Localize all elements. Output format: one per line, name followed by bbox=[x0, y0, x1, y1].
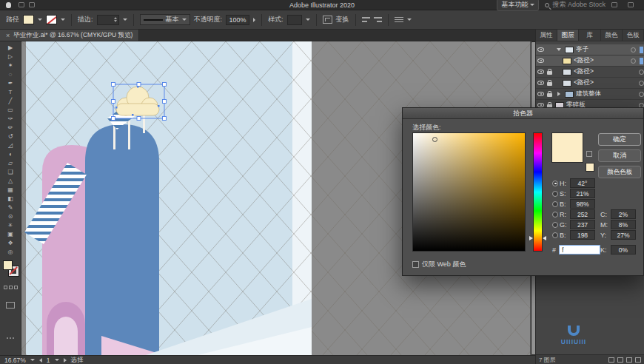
hue-marker-icon[interactable] bbox=[543, 236, 546, 240]
color-swatches-button[interactable]: 颜色色板 bbox=[598, 166, 641, 178]
zoom-tool[interactable]: ◎ bbox=[0, 248, 21, 257]
edit-toolbar-icon[interactable] bbox=[7, 337, 16, 340]
tab-color[interactable]: 颜色 bbox=[601, 30, 623, 41]
layer-name[interactable]: <路径> bbox=[574, 67, 594, 76]
panel-menu-icon[interactable] bbox=[395, 16, 403, 24]
h-value-field[interactable]: 42° bbox=[570, 178, 595, 188]
layer-row[interactable]: <路径> bbox=[536, 67, 644, 78]
expand-chevron-icon[interactable] bbox=[557, 48, 561, 51]
lock-icon[interactable] bbox=[546, 81, 553, 86]
h-radio[interactable] bbox=[552, 181, 558, 186]
lock-icon[interactable] bbox=[546, 92, 553, 97]
scale-tool[interactable]: ◿ bbox=[0, 141, 21, 150]
target-circle-icon[interactable] bbox=[631, 58, 636, 64]
m-value-field[interactable]: 8% bbox=[611, 220, 636, 229]
free-transform-tool[interactable]: ▱ bbox=[0, 159, 21, 168]
layer-row[interactable]: 亭子 bbox=[536, 44, 644, 55]
zoom-level[interactable]: 16.67% bbox=[4, 357, 26, 364]
symbol-sprayer-tool[interactable]: ✳ bbox=[0, 221, 21, 230]
stroke-weight-chevron-icon[interactable] bbox=[123, 18, 127, 21]
style-swatch[interactable] bbox=[287, 15, 302, 25]
layer-name[interactable]: 建筑整体 bbox=[576, 90, 601, 98]
line-segment-tool[interactable]: ╱ bbox=[0, 97, 21, 106]
type-tool[interactable]: T bbox=[0, 88, 21, 97]
g-value-field[interactable]: 237 bbox=[570, 220, 595, 229]
opacity-value-field[interactable]: 100% bbox=[226, 15, 249, 25]
document-setup-icon[interactable] bbox=[29, 2, 35, 7]
layer-thumbnail[interactable] bbox=[563, 80, 571, 87]
align-right-icon[interactable] bbox=[374, 16, 382, 24]
visibility-eye-icon[interactable] bbox=[537, 47, 544, 52]
layer-thumbnail[interactable] bbox=[565, 91, 574, 98]
stock-search[interactable]: 搜索 Adobe Stock bbox=[545, 0, 606, 10]
tab-swatches[interactable]: 色板 bbox=[623, 30, 644, 41]
layer-row[interactable]: 建筑整体 bbox=[536, 89, 644, 100]
hue-slider[interactable] bbox=[533, 132, 543, 252]
recolor-artwork-icon[interactable] bbox=[323, 16, 332, 24]
k-value-field[interactable]: 0% bbox=[611, 245, 636, 255]
workspace-switcher[interactable]: 基本功能 bbox=[497, 0, 539, 11]
arrange-documents-icon[interactable] bbox=[628, 2, 634, 7]
stroke-color-swatch[interactable] bbox=[46, 15, 57, 24]
rotate-tool[interactable]: ↺ bbox=[0, 132, 21, 141]
zoom-chevron-icon[interactable] bbox=[30, 359, 35, 361]
perspective-grid-tool[interactable]: △ bbox=[0, 177, 21, 186]
y-value-field[interactable]: 27% bbox=[611, 230, 636, 240]
mesh-tool[interactable]: ▦ bbox=[0, 186, 21, 195]
target-circle-icon[interactable] bbox=[631, 47, 636, 53]
b2-value-field[interactable]: 198 bbox=[570, 230, 595, 240]
layer-thumbnail[interactable] bbox=[563, 69, 571, 75]
align-left-icon[interactable] bbox=[362, 16, 370, 24]
make-mask-icon[interactable] bbox=[617, 357, 623, 363]
rectangle-tool[interactable]: ▭ bbox=[0, 106, 21, 115]
visibility-eye-icon[interactable] bbox=[537, 58, 544, 63]
layer-name[interactable]: <路径> bbox=[574, 56, 594, 65]
blend-tool[interactable]: ⊙ bbox=[0, 212, 21, 221]
pencil-tool[interactable]: ✏ bbox=[0, 124, 21, 132]
next-artboard-icon[interactable] bbox=[64, 358, 67, 363]
width-tool[interactable]: ◖ bbox=[0, 150, 21, 159]
dialog-title[interactable]: 拾色器 bbox=[403, 108, 643, 119]
b-radio[interactable] bbox=[552, 201, 558, 207]
home-icon[interactable] bbox=[19, 2, 24, 7]
gradient-tool[interactable]: ◧ bbox=[0, 195, 21, 203]
share-icon[interactable] bbox=[611, 2, 617, 7]
artboard-number[interactable]: 1 bbox=[47, 357, 50, 364]
more-options-chevron-icon[interactable] bbox=[407, 18, 412, 21]
target-circle-icon[interactable] bbox=[639, 92, 644, 97]
target-circle-icon[interactable] bbox=[639, 81, 644, 86]
opacity-panel-chevron-icon[interactable] bbox=[253, 18, 255, 22]
direct-selection-tool[interactable]: ▷ bbox=[0, 53, 21, 61]
r-radio[interactable] bbox=[552, 212, 558, 218]
tab-properties[interactable]: 属性 bbox=[536, 30, 557, 41]
r-value-field[interactable]: 252 bbox=[570, 209, 595, 219]
web-only-checkbox[interactable] bbox=[412, 261, 419, 268]
brush-definition-dropdown[interactable]: 基本 bbox=[140, 14, 190, 25]
tab-libraries[interactable]: 库 bbox=[579, 30, 600, 41]
drawing-modes[interactable] bbox=[4, 286, 18, 289]
new-layer-icon[interactable] bbox=[626, 357, 632, 363]
g-radio[interactable] bbox=[552, 222, 558, 228]
lock-icon[interactable] bbox=[546, 70, 553, 75]
prev-artboard-icon[interactable] bbox=[39, 358, 42, 363]
cancel-button[interactable]: 取消 bbox=[598, 149, 641, 162]
ok-button[interactable]: 确定 bbox=[598, 133, 641, 146]
visibility-eye-icon[interactable] bbox=[537, 70, 544, 74]
stroke-weight-stepper[interactable] bbox=[97, 15, 119, 25]
lasso-tool[interactable]: ◌ bbox=[0, 70, 21, 79]
eyedropper-tool[interactable]: ✎ bbox=[0, 203, 21, 212]
artboard-chevron-icon[interactable] bbox=[55, 359, 59, 361]
close-tab-icon[interactable]: × bbox=[6, 32, 10, 39]
s-value-field[interactable]: 21% bbox=[570, 189, 595, 198]
fill-swatch[interactable] bbox=[3, 260, 13, 270]
fill-chevron-icon[interactable] bbox=[38, 18, 42, 21]
selection-tool[interactable]: ▶ bbox=[0, 44, 21, 53]
hue-marker-icon[interactable] bbox=[529, 236, 533, 240]
delete-layer-icon[interactable] bbox=[635, 357, 641, 363]
layer-thumbnail[interactable] bbox=[565, 47, 574, 53]
collapsed-chevron-icon[interactable] bbox=[557, 92, 560, 96]
tab-layers[interactable]: 图层 bbox=[557, 30, 579, 41]
layer-name[interactable]: <路径> bbox=[574, 78, 594, 87]
c-value-field[interactable]: 2% bbox=[611, 209, 636, 219]
fill-color-swatch[interactable] bbox=[23, 15, 34, 24]
